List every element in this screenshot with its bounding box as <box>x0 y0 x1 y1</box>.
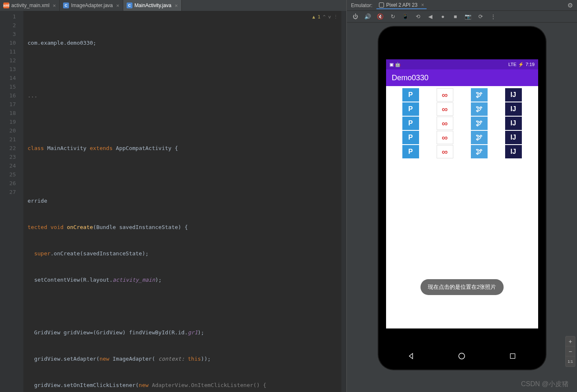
zoom-in-button[interactable]: + <box>566 336 575 346</box>
emulator-header: Emulator: Pixel 2 API 23 × ⚙ <box>347 0 577 11</box>
editor-panel: xml activity_main.xml × C ImageAdapter.j… <box>0 0 347 392</box>
line-number: 1 <box>0 12 16 21</box>
tab-activity-main[interactable]: xml activity_main.xml × <box>0 0 60 11</box>
tab-label: activity_main.xml <box>11 3 49 8</box>
gear-icon[interactable]: ⚙ <box>567 2 573 9</box>
tab-image-adapter[interactable]: C ImageAdapter.java × <box>60 0 123 11</box>
grid-item[interactable]: 🕊 <box>471 145 488 158</box>
emulator-canvas: ▣ 🤖 LTE ⚡ 7:19 Demo0330 P∞🕊IJP∞🕊IJP∞🕊IJP… <box>347 23 577 392</box>
status-right: LTE ⚡ 7:19 <box>508 62 535 67</box>
line-number: 19 <box>0 117 16 126</box>
nav-recents-icon[interactable] <box>508 351 517 361</box>
more-icon[interactable]: ⋮ <box>490 13 496 20</box>
grid-item[interactable]: ∞ <box>437 102 453 116</box>
status-bar: ▣ 🤖 LTE ⚡ 7:19 <box>386 59 538 69</box>
emulator-label: Emulator: <box>351 3 372 8</box>
grid-item[interactable]: IJ <box>505 102 522 116</box>
grid-item[interactable]: ∞ <box>437 88 453 102</box>
line-number: 12 <box>0 56 16 65</box>
grid-item[interactable]: 🕊 <box>471 88 488 102</box>
emulator-panel: Emulator: Pixel 2 API 23 × ⚙ ⏻ 🔊 🔇 ↻ 📱 ⟲… <box>347 0 577 392</box>
back-icon[interactable]: ◀ <box>427 13 434 20</box>
grid-item[interactable]: IJ <box>505 145 522 158</box>
grid-item[interactable]: 🕊 <box>471 117 488 130</box>
tab-bar: xml activity_main.xml × C ImageAdapter.j… <box>0 0 346 11</box>
line-number: 24 <box>0 161 16 170</box>
grid-item[interactable]: P <box>402 131 419 144</box>
grid-item[interactable]: 🕊 <box>471 131 488 144</box>
prev-warning-icon[interactable]: ^ <box>323 13 326 21</box>
status-icons: ▣ 🤖 <box>389 62 401 67</box>
grid-item[interactable]: ∞ <box>437 131 453 144</box>
line-number: 20 <box>0 126 16 135</box>
rotate-right-icon[interactable]: 📱 <box>402 13 409 20</box>
device-icon <box>379 3 384 8</box>
close-icon[interactable]: × <box>175 3 178 9</box>
line-number: 14 <box>0 74 16 82</box>
app-bar: Demo0330 <box>386 69 538 86</box>
code-editor[interactable]: 1 2 3 10 11 12 13 14 15 16 17 18 19 20 2… <box>0 11 346 392</box>
toast: 现在点击的是位置在2张照片 <box>420 279 503 295</box>
rotate-left-icon[interactable]: ↻ <box>389 13 396 20</box>
line-number: 22 <box>0 144 16 153</box>
line-number: 11 <box>0 47 16 56</box>
close-icon[interactable]: × <box>53 3 56 9</box>
line-number: 2 <box>0 21 16 30</box>
line-number: 18 <box>0 109 16 117</box>
watermark: CSDN @小皮猪 <box>521 380 569 389</box>
line-number: 15 <box>0 82 16 91</box>
nav-bar <box>386 346 538 366</box>
nav-back-icon[interactable] <box>407 351 416 361</box>
record-icon[interactable]: ● <box>440 13 446 20</box>
camera-icon[interactable]: 📷 <box>465 13 471 20</box>
line-number: 13 <box>0 65 16 74</box>
grid-item[interactable]: P <box>402 145 419 158</box>
grid-item[interactable]: P <box>402 117 419 130</box>
grid-item[interactable]: IJ <box>505 88 522 102</box>
zoom-controls: + − 1:1 <box>565 336 575 367</box>
more-icon[interactable]: ⋮ <box>333 13 338 21</box>
grid-item[interactable]: IJ <box>505 117 522 130</box>
emulator-toolbar: ⏻ 🔊 🔇 ↻ 📱 ⟲ ◀ ● ■ 📷 ⟳ ⋮ <box>347 11 577 23</box>
power-icon[interactable]: ⏻ <box>352 13 358 20</box>
grid-item[interactable]: ∞ <box>437 145 453 158</box>
line-number: 23 <box>0 153 16 161</box>
zoom-fit-button[interactable]: 1:1 <box>566 356 575 367</box>
line-number: 21 <box>0 135 16 144</box>
code-content[interactable]: ▲1 ^ v ⋮ com.example.demo0330; ... class… <box>23 11 346 392</box>
nav-home-icon[interactable] <box>457 351 466 361</box>
reload-icon[interactable]: ⟳ <box>477 13 484 20</box>
volume-down-icon[interactable]: 🔇 <box>377 13 384 20</box>
grid-item[interactable]: IJ <box>505 131 522 144</box>
java-icon: C <box>63 3 69 8</box>
grid-item[interactable]: 🕊 <box>471 102 488 116</box>
stop-icon[interactable]: ■ <box>452 13 459 20</box>
device-selector[interactable]: Pixel 2 API 23 × <box>376 2 427 9</box>
grid-item[interactable]: P <box>402 102 419 116</box>
clock: 7:19 <box>526 62 534 67</box>
screenshot-icon[interactable]: ⟲ <box>414 13 421 20</box>
grid-item[interactable]: P <box>402 88 419 102</box>
close-device-icon[interactable]: × <box>421 2 424 8</box>
grid-item[interactable]: ∞ <box>437 117 453 130</box>
close-icon[interactable]: × <box>116 3 119 9</box>
line-number: 25 <box>0 170 16 179</box>
inspection-widget[interactable]: ▲1 ^ v ⋮ <box>313 13 338 21</box>
phone-screen[interactable]: ▣ 🤖 LTE ⚡ 7:19 Demo0330 P∞🕊IJP∞🕊IJP∞🕊IJP… <box>386 59 538 328</box>
tab-main-activity[interactable]: C MainActivity.java × <box>123 0 182 11</box>
java-icon: C <box>127 3 132 8</box>
error-stripe[interactable] <box>341 11 346 392</box>
svg-point-0 <box>459 353 465 359</box>
volume-up-icon[interactable]: 🔊 <box>364 13 371 20</box>
line-number: 17 <box>0 100 16 109</box>
svg-rect-1 <box>510 354 515 358</box>
xml-icon: xml <box>3 3 9 8</box>
line-number: 26 <box>0 179 16 188</box>
line-number: 3 <box>0 30 16 38</box>
next-warning-icon[interactable]: v <box>328 13 331 21</box>
line-number: 27 <box>0 188 16 196</box>
zoom-out-button[interactable]: − <box>566 346 575 356</box>
grid-view: P∞🕊IJP∞🕊IJP∞🕊IJP∞🕊IJP∞🕊IJ <box>386 86 538 160</box>
phone-frame: ▣ 🤖 LTE ⚡ 7:19 Demo0330 P∞🕊IJP∞🕊IJP∞🕊IJP… <box>379 27 546 369</box>
tab-label: MainActivity.java <box>135 3 171 8</box>
